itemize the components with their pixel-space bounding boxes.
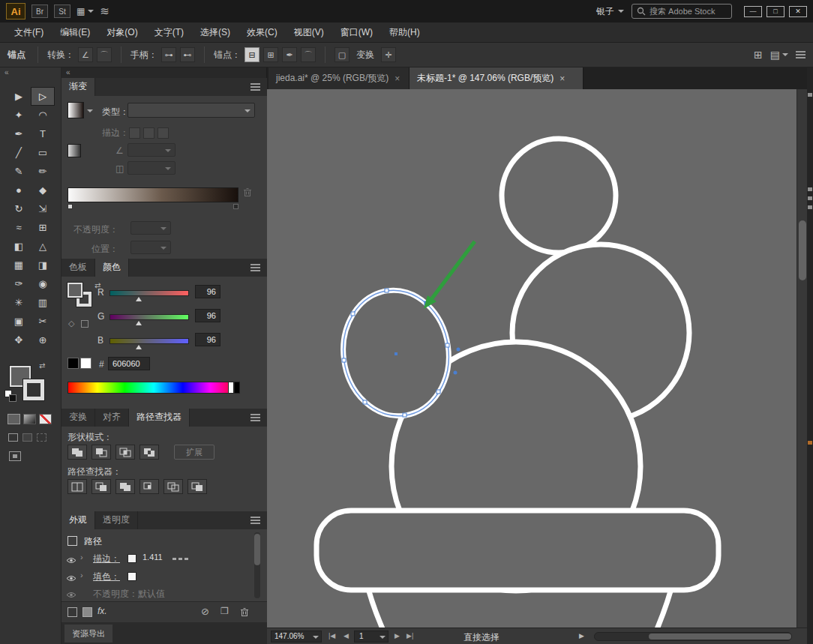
rotate-tool[interactable]: ↻	[7, 199, 31, 218]
merge-button[interactable]	[116, 479, 135, 494]
gradient-type-select[interactable]	[128, 103, 255, 118]
tab-transform[interactable]: 变换	[62, 409, 95, 427]
blob-brush-tool[interactable]: ●	[7, 181, 31, 199]
paintbrush-tool[interactable]: ✎	[7, 162, 31, 181]
type-tool[interactable]: T	[31, 124, 55, 143]
zoom-tool[interactable]: ⊕	[31, 331, 55, 349]
minus-back-button[interactable]	[188, 479, 207, 494]
curve-button[interactable]: ⌒	[301, 47, 316, 62]
workspace-switcher-icon[interactable]: ⊞	[754, 49, 763, 61]
reverse-gradient-swatch[interactable]	[68, 144, 81, 157]
panel-menu-icon[interactable]	[250, 520, 260, 521]
swap-colors-icon[interactable]: ⇄	[39, 361, 45, 370]
document-tab-untitled[interactable]: 未标题-1* @ 147.06% (RGB/预览) ×	[410, 67, 584, 89]
stroke-gradient-within-icon[interactable]	[129, 127, 140, 139]
stroke-row-label[interactable]: 描边：	[93, 553, 120, 565]
panel-scrollbar-thumb[interactable]	[254, 534, 260, 565]
close-tab-icon[interactable]: ×	[394, 73, 400, 84]
crop-button[interactable]	[140, 479, 159, 494]
opacity-row-label[interactable]: 不透明度：默认值	[93, 588, 165, 601]
stroke-width-value[interactable]: 1.411	[142, 553, 163, 562]
fill-color-swatch[interactable]	[128, 572, 136, 581]
scale-tool[interactable]: ⇲	[31, 199, 55, 218]
eraser-tool[interactable]: ◆	[31, 181, 55, 199]
tab-asset-export[interactable]: 资源导出	[64, 625, 112, 643]
white-swatch[interactable]	[80, 358, 92, 369]
last-color-icon[interactable]	[81, 320, 88, 328]
clear-appearance-icon[interactable]: ⊘	[201, 606, 209, 617]
menu-effect[interactable]: 效果(C)	[238, 22, 286, 42]
fill-row-label[interactable]: 填色：	[93, 571, 120, 583]
collapse-panels-button[interactable]: «	[62, 67, 266, 78]
slice-tool[interactable]: ✂	[31, 312, 55, 331]
symbol-sprayer-tool[interactable]: ✳	[7, 293, 31, 312]
unite-button[interactable]	[68, 445, 87, 460]
draw-behind-icon[interactable]	[22, 433, 32, 442]
caret-down-icon[interactable]	[87, 109, 93, 112]
panel-menu-icon[interactable]	[250, 267, 260, 268]
pencil-tool[interactable]: ✏	[31, 162, 55, 181]
blue-slider[interactable]	[110, 338, 189, 344]
last-artboard-button[interactable]: ▶|	[406, 632, 413, 640]
gradient-location-select[interactable]	[130, 241, 171, 254]
horizontal-scrollbar[interactable]	[594, 632, 792, 641]
black-swatch[interactable]	[68, 358, 79, 369]
green-value-field[interactable]: 96	[195, 309, 220, 322]
perspective-grid-tool[interactable]: △	[31, 237, 55, 256]
visibility-eye-icon[interactable]	[66, 590, 76, 601]
convert-corner-button[interactable]: ∠	[78, 47, 93, 62]
gradient-opacity-select[interactable]	[130, 221, 171, 235]
blend-tool[interactable]: ◉	[31, 274, 55, 293]
width-tool[interactable]: ≈	[7, 218, 31, 237]
tab-appearance[interactable]: 外观	[62, 511, 95, 529]
canvas[interactable]	[267, 89, 796, 628]
control-menu-icon[interactable]	[796, 54, 806, 55]
green-slider-handle[interactable]	[136, 321, 142, 325]
menu-file[interactable]: 文件(F)	[6, 22, 52, 42]
visibility-eye-icon[interactable]	[66, 574, 76, 584]
gradient-slider[interactable]	[68, 187, 238, 202]
collapsed-panel-icon[interactable]	[808, 93, 812, 97]
color-mode-button[interactable]	[8, 414, 20, 424]
free-transform-tool[interactable]: ⊞	[31, 218, 55, 237]
rectangle-tool[interactable]: ▭	[31, 143, 55, 162]
visibility-eye-icon[interactable]	[66, 556, 76, 566]
show-handles-button[interactable]: ⊶	[161, 47, 176, 62]
menu-object[interactable]: 对象(O)	[98, 22, 146, 42]
menu-help[interactable]: 帮助(H)	[381, 22, 428, 42]
zoom-select[interactable]: 147.06%	[271, 631, 322, 643]
vertical-scrollbar[interactable]	[796, 89, 807, 628]
close-button[interactable]: ✕	[789, 6, 807, 17]
trim-button[interactable]	[92, 479, 111, 494]
minus-front-button[interactable]	[92, 445, 111, 460]
hex-value-field[interactable]: 606060	[108, 357, 150, 370]
duplicate-item-icon[interactable]: ❐	[220, 606, 229, 616]
divide-button[interactable]	[68, 479, 87, 494]
expand-button[interactable]: 扩展	[174, 445, 214, 460]
gradient-angle-select[interactable]	[128, 143, 176, 157]
none-mode-button[interactable]	[39, 414, 52, 424]
gradient-thumbnail[interactable]	[68, 102, 84, 118]
stroke-swatch[interactable]	[23, 379, 44, 400]
new-fill-icon[interactable]	[82, 607, 92, 617]
app-logo[interactable]: Ai	[6, 3, 26, 19]
hand-tool[interactable]: ✥	[7, 331, 31, 349]
isolate-selection-button[interactable]: ▢	[334, 47, 350, 62]
line-tool[interactable]: ╱	[7, 143, 31, 162]
anchor-pen-button[interactable]: ✒	[282, 47, 297, 62]
color-spectrum-bar[interactable]	[68, 382, 240, 394]
artboard-select[interactable]: 1	[354, 631, 388, 643]
horizontal-scrollbar-thumb[interactable]	[649, 634, 791, 640]
red-slider[interactable]	[110, 290, 189, 296]
delete-stop-icon[interactable]	[243, 187, 252, 199]
expand-row-icon[interactable]: ›	[80, 553, 83, 562]
pen-tool[interactable]: ✒	[7, 124, 31, 143]
adobe-stock-search[interactable]: 搜索 Adobe Stock	[632, 4, 732, 19]
gradient-stop[interactable]	[68, 204, 73, 209]
fill-swatch[interactable]	[68, 283, 82, 298]
draw-normal-icon[interactable]	[8, 433, 18, 442]
column-graph-tool[interactable]: ▥	[31, 293, 55, 312]
stroke-gradient-across-icon[interactable]	[158, 127, 169, 139]
menu-type[interactable]: 文字(T)	[146, 22, 192, 42]
gesture-icon[interactable]: ≋	[100, 4, 110, 18]
